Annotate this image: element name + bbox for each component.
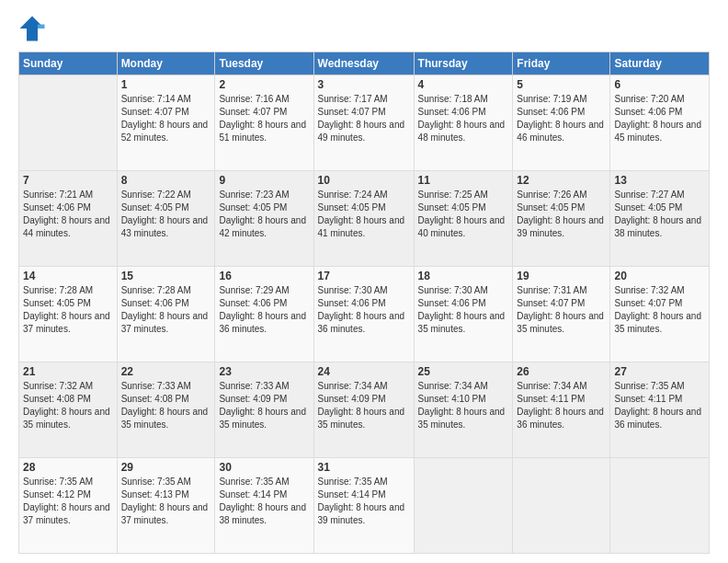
calendar-cell: 6 Sunrise: 7:20 AMSunset: 4:06 PMDayligh… <box>610 75 710 171</box>
day-info: Sunrise: 7:32 AMSunset: 4:07 PMDaylight:… <box>614 285 701 334</box>
day-number: 5 <box>517 78 606 91</box>
day-info: Sunrise: 7:14 AMSunset: 4:07 PMDaylight:… <box>121 94 209 143</box>
calendar-cell: 8 Sunrise: 7:22 AMSunset: 4:05 PMDayligh… <box>117 171 215 267</box>
calendar-day-header: Saturday <box>610 52 710 75</box>
calendar-week-row: 1 Sunrise: 7:14 AMSunset: 4:07 PMDayligh… <box>19 75 710 171</box>
day-number: 10 <box>318 174 410 187</box>
calendar-cell: 24 Sunrise: 7:34 AMSunset: 4:09 PMDaylig… <box>313 362 414 458</box>
calendar-cell: 18 Sunrise: 7:30 AMSunset: 4:06 PMDaylig… <box>414 267 513 362</box>
day-number: 12 <box>517 174 606 187</box>
day-info: Sunrise: 7:29 AMSunset: 4:06 PMDaylight:… <box>219 285 306 334</box>
day-number: 8 <box>121 174 211 187</box>
day-info: Sunrise: 7:35 AMSunset: 4:13 PMDaylight:… <box>121 477 209 525</box>
calendar-cell: 23 Sunrise: 7:33 AMSunset: 4:09 PMDaylig… <box>215 362 313 458</box>
day-number: 7 <box>23 174 113 187</box>
day-number: 16 <box>219 270 309 282</box>
calendar-day-header: Thursday <box>414 52 513 75</box>
calendar-cell: 5 Sunrise: 7:19 AMSunset: 4:06 PMDayligh… <box>513 75 610 171</box>
day-number: 26 <box>517 365 606 378</box>
calendar-cell <box>610 458 710 554</box>
logo-icon <box>18 15 46 42</box>
day-info: Sunrise: 7:31 AMSunset: 4:07 PMDaylight:… <box>517 285 604 334</box>
day-info: Sunrise: 7:35 AMSunset: 4:12 PMDaylight:… <box>23 477 110 525</box>
day-info: Sunrise: 7:30 AMSunset: 4:06 PMDaylight:… <box>418 285 506 334</box>
day-number: 19 <box>517 270 606 282</box>
calendar-header-row: SundayMondayTuesdayWednesdayThursdayFrid… <box>19 52 710 75</box>
calendar-cell: 2 Sunrise: 7:16 AMSunset: 4:07 PMDayligh… <box>215 75 313 171</box>
calendar-cell: 15 Sunrise: 7:28 AMSunset: 4:06 PMDaylig… <box>117 267 215 362</box>
calendar-cell: 22 Sunrise: 7:33 AMSunset: 4:08 PMDaylig… <box>117 362 215 458</box>
day-info: Sunrise: 7:32 AMSunset: 4:08 PMDaylight:… <box>23 381 110 430</box>
calendar-week-row: 14 Sunrise: 7:28 AMSunset: 4:05 PMDaylig… <box>19 267 710 362</box>
logo <box>18 15 50 42</box>
calendar-cell <box>414 458 513 554</box>
calendar-day-header: Monday <box>117 52 215 75</box>
calendar-day-header: Sunday <box>19 52 118 75</box>
day-info: Sunrise: 7:16 AMSunset: 4:07 PMDaylight:… <box>219 94 306 143</box>
calendar-day-header: Tuesday <box>215 52 313 75</box>
day-number: 9 <box>219 174 309 187</box>
day-info: Sunrise: 7:18 AMSunset: 4:06 PMDaylight:… <box>418 94 506 143</box>
calendar-cell: 31 Sunrise: 7:35 AMSunset: 4:14 PMDaylig… <box>313 458 414 554</box>
day-number: 6 <box>614 78 705 91</box>
calendar-cell: 7 Sunrise: 7:21 AMSunset: 4:06 PMDayligh… <box>19 171 118 267</box>
day-number: 29 <box>121 461 211 474</box>
day-number: 11 <box>418 174 509 187</box>
day-info: Sunrise: 7:34 AMSunset: 4:09 PMDaylight:… <box>318 381 405 430</box>
calendar-cell: 12 Sunrise: 7:26 AMSunset: 4:05 PMDaylig… <box>513 171 610 267</box>
day-info: Sunrise: 7:26 AMSunset: 4:05 PMDaylight:… <box>517 190 604 238</box>
day-number: 27 <box>614 365 705 378</box>
day-info: Sunrise: 7:27 AMSunset: 4:05 PMDaylight:… <box>614 190 701 238</box>
day-info: Sunrise: 7:19 AMSunset: 4:06 PMDaylight:… <box>517 94 604 143</box>
day-number: 20 <box>614 270 705 282</box>
calendar-cell: 30 Sunrise: 7:35 AMSunset: 4:14 PMDaylig… <box>215 458 313 554</box>
calendar-cell: 16 Sunrise: 7:29 AMSunset: 4:06 PMDaylig… <box>215 267 313 362</box>
day-info: Sunrise: 7:34 AMSunset: 4:10 PMDaylight:… <box>418 381 506 430</box>
calendar-cell: 20 Sunrise: 7:32 AMSunset: 4:07 PMDaylig… <box>610 267 710 362</box>
day-info: Sunrise: 7:35 AMSunset: 4:14 PMDaylight:… <box>219 477 306 525</box>
day-number: 13 <box>614 174 705 187</box>
calendar-cell <box>513 458 610 554</box>
calendar-cell: 4 Sunrise: 7:18 AMSunset: 4:06 PMDayligh… <box>414 75 513 171</box>
day-info: Sunrise: 7:35 AMSunset: 4:11 PMDaylight:… <box>614 381 701 430</box>
calendar-table: SundayMondayTuesdayWednesdayThursdayFrid… <box>18 52 710 554</box>
day-number: 3 <box>318 78 410 91</box>
calendar-cell: 28 Sunrise: 7:35 AMSunset: 4:12 PMDaylig… <box>19 458 118 554</box>
calendar-cell: 25 Sunrise: 7:34 AMSunset: 4:10 PMDaylig… <box>414 362 513 458</box>
day-info: Sunrise: 7:23 AMSunset: 4:05 PMDaylight:… <box>219 190 306 238</box>
calendar-day-header: Friday <box>513 52 610 75</box>
calendar-cell: 3 Sunrise: 7:17 AMSunset: 4:07 PMDayligh… <box>313 75 414 171</box>
day-info: Sunrise: 7:28 AMSunset: 4:05 PMDaylight:… <box>23 285 110 334</box>
calendar-cell: 29 Sunrise: 7:35 AMSunset: 4:13 PMDaylig… <box>117 458 215 554</box>
calendar-cell: 27 Sunrise: 7:35 AMSunset: 4:11 PMDaylig… <box>610 362 710 458</box>
day-info: Sunrise: 7:24 AMSunset: 4:05 PMDaylight:… <box>318 190 405 238</box>
calendar-day-header: Wednesday <box>313 52 414 75</box>
day-number: 2 <box>219 78 309 91</box>
calendar-cell: 13 Sunrise: 7:27 AMSunset: 4:05 PMDaylig… <box>610 171 710 267</box>
calendar-cell: 17 Sunrise: 7:30 AMSunset: 4:06 PMDaylig… <box>313 267 414 362</box>
day-number: 15 <box>121 270 211 282</box>
day-info: Sunrise: 7:35 AMSunset: 4:14 PMDaylight:… <box>318 477 405 525</box>
day-info: Sunrise: 7:25 AMSunset: 4:05 PMDaylight:… <box>418 190 506 238</box>
day-number: 22 <box>121 365 211 378</box>
day-number: 28 <box>23 461 113 474</box>
day-number: 4 <box>418 78 509 91</box>
day-number: 18 <box>418 270 509 282</box>
calendar-week-row: 21 Sunrise: 7:32 AMSunset: 4:08 PMDaylig… <box>19 362 710 458</box>
day-number: 23 <box>219 365 309 378</box>
calendar-cell: 9 Sunrise: 7:23 AMSunset: 4:05 PMDayligh… <box>215 171 313 267</box>
day-number: 25 <box>418 365 509 378</box>
day-info: Sunrise: 7:21 AMSunset: 4:06 PMDaylight:… <box>23 190 110 238</box>
day-number: 24 <box>318 365 410 378</box>
calendar-cell <box>19 75 118 171</box>
header <box>18 15 710 42</box>
calendar-week-row: 28 Sunrise: 7:35 AMSunset: 4:12 PMDaylig… <box>19 458 710 554</box>
day-info: Sunrise: 7:33 AMSunset: 4:09 PMDaylight:… <box>219 381 306 430</box>
day-info: Sunrise: 7:34 AMSunset: 4:11 PMDaylight:… <box>517 381 604 430</box>
page: SundayMondayTuesdayWednesdayThursdayFrid… <box>0 0 728 563</box>
day-info: Sunrise: 7:17 AMSunset: 4:07 PMDaylight:… <box>318 94 405 143</box>
calendar-week-row: 7 Sunrise: 7:21 AMSunset: 4:06 PMDayligh… <box>19 171 710 267</box>
day-number: 14 <box>23 270 113 282</box>
day-number: 21 <box>23 365 113 378</box>
day-number: 31 <box>318 461 410 474</box>
